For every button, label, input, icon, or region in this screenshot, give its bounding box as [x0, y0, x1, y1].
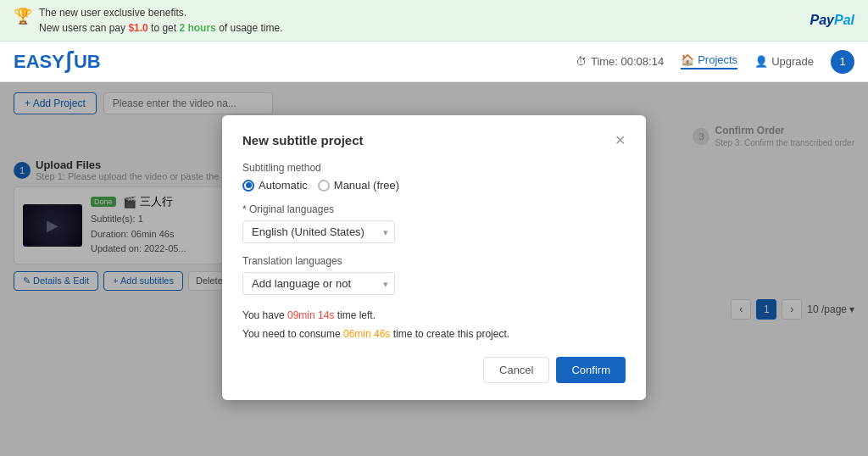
logo: EASY ʃ UB: [14, 48, 101, 75]
home-icon: 🏠: [681, 53, 694, 66]
subtitling-method-label: Subtitling method: [242, 162, 626, 174]
translation-language-select[interactable]: Add language or not: [242, 272, 395, 295]
header-time: ⏱ Time: 00:08:14: [576, 55, 664, 68]
subtitling-method-section: Subtitling method Automatic Manual (free…: [242, 162, 626, 192]
automatic-radio[interactable]: Automatic: [242, 179, 308, 192]
new-subtitle-modal: New subtitle project ✕ Subtitling method…: [222, 115, 646, 400]
banner-text: The new user exclusive benefits. New use…: [39, 5, 283, 36]
time-left-line: You have 09min 14s time left.: [242, 307, 626, 325]
cancel-button[interactable]: Cancel: [483, 357, 549, 383]
confirm-button[interactable]: Confirm: [556, 357, 626, 383]
top-banner: 🏆 The new user exclusive benefits. New u…: [0, 0, 868, 42]
manual-label: Manual (free): [334, 179, 399, 192]
logo-ub: UB: [74, 51, 101, 73]
info-text: You have 09min 14s time left. You need t…: [242, 307, 626, 343]
translation-language-section: Translation languages Add language or no…: [242, 255, 626, 295]
modal-footer: Cancel Confirm: [242, 357, 626, 383]
time-left-value: 09min 14s: [287, 309, 334, 321]
modal-close-button[interactable]: ✕: [615, 132, 626, 148]
manual-radio-circle: [318, 180, 330, 192]
banner-line1: The new user exclusive benefits.: [39, 5, 283, 20]
clock-icon: ⏱: [576, 55, 587, 68]
consume-line: You need to consume 06min 46s time to cr…: [242, 325, 626, 344]
logo-easy: EASY: [14, 51, 64, 73]
original-language-label: * Original languages: [242, 203, 626, 215]
upgrade-nav[interactable]: 👤 Upgrade: [754, 55, 814, 68]
manual-radio[interactable]: Manual (free): [318, 179, 399, 192]
modal-title: New subtitle project: [242, 133, 364, 147]
radio-group: Automatic Manual (free): [242, 179, 626, 192]
consume-value: 06min 46s: [343, 328, 390, 340]
original-language-select[interactable]: English (United States): [242, 220, 395, 243]
avatar-button[interactable]: 1: [831, 50, 854, 74]
translation-language-label: Translation languages: [242, 255, 626, 267]
main-content: + Add Project 3 Confirm Order Step 3: Co…: [0, 82, 868, 456]
original-language-section: * Original languages English (United Sta…: [242, 203, 626, 243]
trophy-icon: 🏆: [14, 7, 32, 25]
logo-s-wave: ʃ: [65, 48, 73, 75]
automatic-label: Automatic: [259, 179, 308, 192]
upgrade-icon: 👤: [754, 55, 768, 68]
translation-language-select-wrapper: Add language or not ▾: [242, 272, 395, 295]
paypal-logo: PayPal: [810, 13, 854, 28]
automatic-radio-circle: [242, 180, 254, 192]
banner-line2: New users can pay $1.0 to get 2 hours of…: [39, 20, 283, 36]
header: EASY ʃ UB ⏱ Time: 00:08:14 🏠 Projects 👤 …: [0, 42, 868, 82]
modal-header: New subtitle project ✕: [242, 132, 626, 148]
banner-left: 🏆 The new user exclusive benefits. New u…: [14, 5, 283, 36]
header-right: ⏱ Time: 00:08:14 🏠 Projects 👤 Upgrade 1: [576, 50, 854, 74]
original-language-select-wrapper: English (United States) ▾: [242, 220, 395, 243]
projects-nav[interactable]: 🏠 Projects: [681, 53, 737, 70]
